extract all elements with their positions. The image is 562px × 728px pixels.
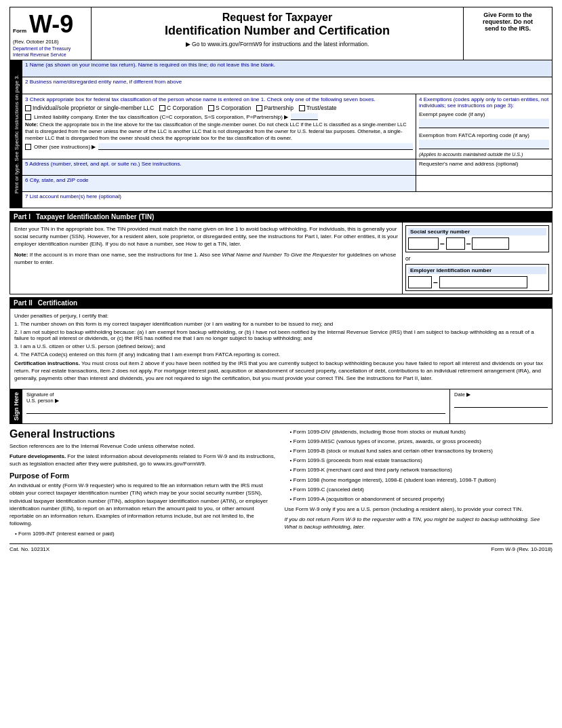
line4-label: 4 Exemptions (codes apply only to certai…: [419, 96, 549, 109]
requester-addr-input[interactable]: [419, 177, 549, 184]
tin-note-body: If the account is in more than one name,…: [14, 252, 396, 265]
form-title-line1: Request for Taxpayer: [98, 12, 456, 24]
date-input[interactable]: [454, 400, 548, 408]
tin-left: Enter your TIN in the appropriate box. T…: [10, 223, 403, 294]
part2-title: Part II: [14, 299, 33, 307]
cb-c-corp[interactable]: C Corporation: [159, 104, 203, 111]
bullet-item: • Form 1099-DIV (dividends, including th…: [285, 428, 553, 436]
gen-left-col: General Instructions Section references …: [9, 428, 278, 540]
us-person-text: U.S. person ▶: [26, 398, 59, 404]
gen-right-col: • Form 1099-DIV (dividends, including th…: [285, 428, 553, 540]
cert-text-3: 3. I am a U.S. citizen or other U.S. per…: [14, 343, 165, 349]
line5-block: 5 Address (number, street, and apt. or s…: [22, 159, 416, 175]
llc-note: Note: Check the appropriate box in the l…: [25, 121, 413, 141]
note-title: Note:: [25, 121, 38, 128]
cb-individual[interactable]: Individual/sole proprietor or single-mem…: [25, 104, 154, 111]
ssn-part1-input[interactable]: [408, 237, 439, 250]
sign-section: Sign Here Signature of U.S. person ▶ Dat…: [9, 389, 553, 424]
fatca-label: Exemption from FATCA reporting code (if …: [419, 132, 549, 138]
llc-classification-input[interactable]: [291, 113, 318, 120]
ssn-part3-input[interactable]: [472, 237, 509, 250]
cert-instructions: Certification instructions. You must cro…: [14, 360, 548, 383]
line2-input[interactable]: [25, 85, 549, 92]
dept-line2: Internal Revenue Service: [13, 52, 88, 57]
cb-llc-box[interactable]: [25, 114, 31, 120]
footer: Cat. No. 10231X Form W-9 (Rev. 10-2018): [9, 543, 553, 552]
purpose-text: An individual or entity (Form W-9 reques…: [9, 482, 278, 527]
ein-part1-input[interactable]: [408, 276, 432, 288]
line1-input[interactable]: [25, 69, 549, 75]
rev-date: (Rev. October 2018): [13, 39, 88, 45]
line7-input[interactable]: [25, 199, 549, 206]
bullet-item: • Form 1099-B (stock or mutual fund sale…: [285, 447, 553, 455]
form-number: W-9: [29, 10, 73, 39]
part1-section: Part I Taxpayer Identification Number (T…: [9, 211, 553, 294]
cert-item-4: 4. The FATCA code(s) entered on this for…: [14, 351, 548, 358]
gen-title: General Instructions: [9, 428, 278, 440]
cb-other-box[interactable]: [25, 144, 31, 150]
signature-input[interactable]: [26, 406, 445, 414]
form-title-block: Request for Taxpayer Identification Numb…: [92, 7, 464, 60]
line5-row: 5 Address (number, street, and apt. or s…: [22, 159, 552, 176]
sign-fields: Signature of U.S. person ▶ Date ▶: [22, 389, 552, 423]
ssn-label: Social security number: [408, 228, 546, 235]
bullet-item: • Form 1099-K (merchant card and third p…: [285, 466, 553, 474]
sign-here-text: Sign Here: [13, 392, 20, 421]
right-text-line3: send to the IRS.: [485, 25, 531, 32]
form-title-line2: Identification Number and Certification: [98, 24, 456, 38]
cb-c-corp-box[interactable]: [159, 105, 165, 111]
bullet-item: • Form 1099-MISC (various types of incom…: [285, 438, 553, 445]
cb-s-corp-box[interactable]: [208, 105, 214, 111]
requester-input[interactable]: [419, 167, 549, 174]
line2-row: 2 Business name/disregarded entity name,…: [22, 77, 552, 94]
ein-part2-input[interactable]: [439, 276, 527, 288]
line7-row: 7 List account number(s) here (optional): [22, 192, 552, 208]
note-body: Check the appropriate box in the line ab…: [25, 121, 407, 141]
ssn-box: Social security number – –: [405, 225, 549, 252]
form-header: Form W-9 (Rev. October 2018) Department …: [9, 7, 553, 60]
date-field: Date ▶: [450, 389, 552, 423]
ein-fields: –: [408, 276, 546, 288]
line6-input[interactable]: [25, 183, 413, 190]
cb-partnership-box[interactable]: [256, 105, 262, 111]
cb-individual-box[interactable]: [25, 105, 31, 111]
ein-label: Employer identification number: [408, 267, 546, 274]
bullet-item: • Form 1099-C (canceled debt): [285, 486, 553, 493]
fatca-input[interactable]: [419, 140, 549, 149]
requester-addr-block: [416, 176, 552, 191]
cb-trust[interactable]: Trust/estate: [299, 104, 337, 111]
other-label: Other (see instructions) ▶: [34, 144, 96, 150]
general-instructions: General Instructions Section references …: [9, 428, 553, 540]
cb-s-corp[interactable]: S Corporation: [208, 104, 251, 111]
line6-label: 6 City, state, and ZIP code: [25, 177, 413, 183]
cb-partnership[interactable]: Partnership: [256, 104, 293, 111]
part1-content: Enter your TIN in the appropriate box. T…: [9, 223, 553, 294]
use-w9-text: Use Form W-9 only if you are a U.S. pers…: [285, 505, 553, 513]
other-input[interactable]: [98, 143, 413, 150]
cb-c-corp-label: C Corporation: [167, 104, 203, 111]
cb-s-corp-label: S Corporation: [216, 104, 251, 111]
part2-header: Part II Certification: [9, 297, 553, 309]
exempt-payee-input[interactable]: [419, 119, 549, 128]
date-label: Date ▶: [454, 391, 548, 398]
part1-header: Part I Taxpayer Identification Number (T…: [9, 211, 553, 223]
line5-label: 5 Address (number, street, and apt. or s…: [25, 161, 413, 167]
form-id-block: Form W-9 (Rev. October 2018) Department …: [10, 7, 92, 60]
cert-text-4: 4. The FATCA code(s) entered on this for…: [14, 351, 280, 358]
ssn-dash1: –: [440, 239, 445, 248]
ssn-part2-input[interactable]: [446, 237, 465, 250]
exempt-payee-label: Exempt payee code (if any): [419, 111, 549, 117]
cert-text-1: 1. The number shown on this form is my c…: [14, 321, 333, 327]
sig-label: Signature of U.S. person ▶: [26, 391, 445, 404]
ssn-fields: – –: [408, 237, 546, 250]
ein-dash: –: [433, 277, 438, 287]
line3-label: 3 Check appropriate box for federal tax …: [25, 96, 413, 102]
line2-label: 2 Business name/disregarded entity name,…: [25, 79, 549, 85]
requester-label: Requester's name and address (optional): [419, 161, 549, 167]
cert-items: 1. The number shown on this form is my c…: [14, 321, 548, 358]
give-form-block: Give Form to the requester. Do not send …: [464, 7, 552, 60]
cb-trust-box[interactable]: [299, 105, 305, 111]
line5-input[interactable]: [25, 167, 413, 174]
cert-item-3: 3. I am a U.S. citizen or other U.S. per…: [14, 343, 548, 349]
line7-label: 7 List account number(s) here (optional): [25, 193, 549, 199]
